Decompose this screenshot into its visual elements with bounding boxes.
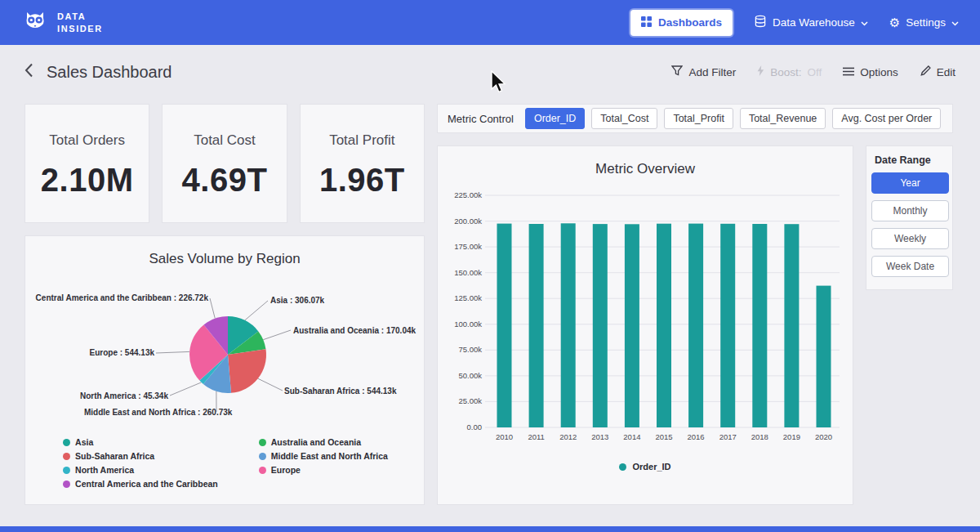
pie-label-australia-oceania: Australia and Oceania : 170.04k (293, 326, 416, 335)
legend-dot (63, 439, 70, 446)
svg-text:2014: 2014 (623, 432, 640, 441)
edit-label: Edit (937, 66, 956, 78)
pie-legend-item[interactable]: Central America and the Caribbean (63, 479, 218, 489)
pie-legend-item[interactable]: Middle East and North Africa (259, 451, 388, 461)
bar-chart-title: Metric Overview (438, 161, 853, 177)
svg-text:2010: 2010 (496, 432, 513, 441)
pie-legend-item[interactable]: Australia and Oceania (259, 437, 388, 447)
kpi-title: Total Orders (25, 132, 149, 149)
kpi-card-total-cost: Total Cost 4.69T (162, 104, 287, 223)
metric-button-total-profit[interactable]: Total_Profit (664, 108, 733, 129)
metric-button-avg-cost-per-order[interactable]: Avg. Cost per Order (832, 108, 941, 129)
legend-label: Middle East and North Africa (271, 451, 388, 461)
svg-text:50.00k: 50.00k (458, 371, 482, 380)
pie-label-europe: Europe : 544.13k (90, 348, 154, 357)
date-range-week-date-button[interactable]: Week Date (871, 256, 949, 277)
gear-icon: ⚙ (889, 16, 900, 29)
top-navbar: DATA INSIDER Dashboards (0, 0, 980, 45)
pie-legend-item[interactable]: Asia (63, 437, 218, 447)
settings-label: Settings (906, 16, 946, 29)
legend-dot (63, 467, 70, 474)
chevron-down-icon (951, 16, 959, 29)
pie-chart-card: Sales Volume by Region Central America a… (24, 235, 425, 505)
bar-legend-label: Order_ID (632, 462, 670, 472)
add-filter-button[interactable]: Add Filter (671, 65, 736, 78)
metric-button-total-cost[interactable]: Total_Cost (591, 108, 657, 129)
date-range-title: Date Range (875, 154, 947, 166)
dashboards-label: Dashboards (658, 16, 722, 29)
kpi-value: 2.10M (25, 162, 149, 199)
pie-chart-title: Sales Volume by Region (25, 251, 424, 267)
boost-toggle[interactable]: Boost: Off (757, 65, 822, 78)
pie-legend-item[interactable]: North America (63, 465, 218, 475)
dashboards-grid-icon (641, 16, 652, 29)
options-button[interactable]: Options (843, 66, 898, 78)
bar-legend-dot (619, 463, 626, 471)
pie-label-middle-east-north-africa: Middle East and North Africa : 260.73k (84, 408, 232, 417)
header-left: Sales Dashboard (24, 63, 172, 82)
legend-label: Central America and the Caribbean (75, 479, 218, 489)
back-button[interactable] (24, 63, 33, 81)
date-range-year-button[interactable]: Year (871, 172, 949, 194)
data-warehouse-menu[interactable]: Data Warehouse (754, 15, 868, 30)
pie-legend-item[interactable]: Sub-Saharan Africa (63, 451, 218, 461)
svg-text:2019: 2019 (783, 432, 800, 441)
kpi-value: 1.96T (301, 162, 424, 199)
boost-value: Off (807, 66, 822, 78)
options-label: Options (860, 66, 898, 78)
kpi-card-total-orders: Total Orders 2.10M (24, 104, 149, 223)
pencil-icon (920, 65, 931, 79)
svg-text:25.00k: 25.00k (458, 396, 482, 405)
pie-label-central-america: Central America and the Caribbean : 226.… (36, 293, 208, 302)
dashboards-button[interactable]: Dashboards (630, 10, 733, 36)
legend-dot (259, 467, 266, 474)
svg-text:225.00k: 225.00k (454, 190, 482, 199)
legend-label: Australia and Oceania (271, 437, 361, 447)
pie-label-asia: Asia : 306.07k (270, 296, 324, 305)
dashboard-header: Sales Dashboard Add Filter Boost: Off (0, 45, 980, 99)
svg-text:0.00: 0.00 (467, 422, 483, 431)
bar-chart[interactable]: 0.0025.00k50.00k75.00k100.00k125.00k150.… (438, 184, 854, 454)
svg-text:2011: 2011 (528, 432, 544, 441)
svg-text:2013: 2013 (591, 432, 608, 441)
metric-control-label: Metric Control (448, 113, 514, 125)
date-range-monthly-button[interactable]: Monthly (871, 200, 949, 221)
pie-legend: AsiaSub-Saharan AfricaNorth AmericaCentr… (25, 437, 425, 489)
settings-menu[interactable]: ⚙ Settings (889, 16, 959, 29)
owl-logo-icon (21, 7, 49, 38)
svg-text:2016: 2016 (688, 432, 705, 441)
svg-text:2017: 2017 (719, 432, 737, 441)
kpi-title: Total Profit (301, 132, 424, 149)
svg-text:75.00k: 75.00k (458, 345, 482, 354)
metric-button-total-revenue[interactable]: Total_Revenue (740, 108, 826, 129)
pie-label-sub-saharan-africa: Sub-Saharan Africa : 544.13k (284, 387, 396, 396)
legend-dot (63, 481, 70, 488)
kpi-card-total-profit: Total Profit 1.96T (300, 104, 425, 223)
pie-label-north-america: North America : 45.34k (80, 391, 168, 400)
funnel-icon (671, 65, 683, 78)
bar-chart-card: Metric Overview 0.0025.00k50.00k75.00k10… (437, 145, 853, 505)
header-actions: Add Filter Boost: Off Options Edit (671, 65, 956, 79)
footer-strip (0, 526, 980, 532)
brand: DATA INSIDER (21, 7, 103, 38)
metric-control-bar: Metric Control Order_ID Total_Cost Total… (437, 104, 953, 133)
boost-label: Boost: (770, 66, 801, 78)
edit-button[interactable]: Edit (920, 65, 956, 79)
legend-label: Asia (75, 437, 93, 447)
pie-legend-column: AsiaSub-Saharan AfricaNorth AmericaCentr… (63, 437, 218, 489)
date-range-weekly-button[interactable]: Weekly (871, 228, 949, 249)
brand-line1: DATA (57, 11, 103, 23)
navbar-actions: Dashboards Data Warehouse ⚙ Settings (630, 10, 959, 36)
pie-chart-area: Central America and the Caribbean : 226.… (25, 270, 425, 434)
database-icon (754, 15, 767, 30)
svg-text:125.00k: 125.00k (454, 293, 482, 302)
kpi-value: 4.69T (163, 162, 286, 199)
svg-text:100.00k: 100.00k (454, 320, 482, 329)
bar-legend-item[interactable]: Order_ID (438, 462, 853, 472)
legend-dot (259, 439, 266, 446)
metric-button-order-id[interactable]: Order_ID (525, 108, 585, 129)
lightning-icon (757, 65, 764, 78)
pie-legend-item[interactable]: Europe (259, 465, 388, 475)
pie-legend-column: Australia and OceaniaMiddle East and Nor… (259, 437, 388, 489)
kpi-row: Total Orders 2.10M Total Cost 4.69T Tota… (24, 104, 425, 223)
